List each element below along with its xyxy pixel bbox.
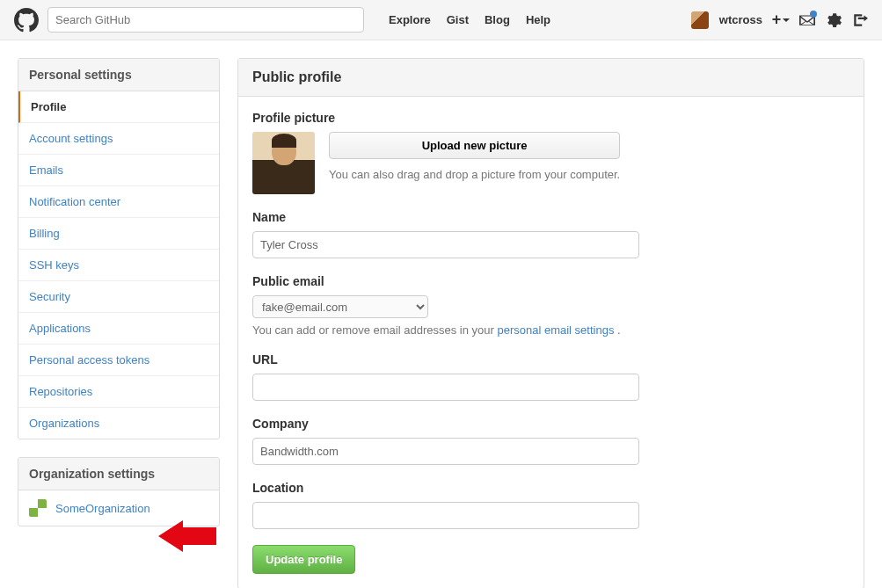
organization-settings-header: Organization settings <box>18 458 219 490</box>
url-input[interactable] <box>252 374 639 401</box>
settings-icon[interactable] <box>826 12 842 28</box>
sidebar-item-account-settings[interactable]: Account settings <box>18 123 219 155</box>
sidebar-item-applications[interactable]: Applications <box>18 313 219 345</box>
location-label: Location <box>252 481 849 495</box>
panel-title: Public profile <box>238 59 864 97</box>
top-navigation-bar: Explore Gist Blog Help wtcross <box>0 0 882 40</box>
plus-icon <box>772 11 782 29</box>
personal-email-settings-link[interactable]: personal email settings <box>497 323 614 337</box>
upload-picture-button[interactable]: Upload new picture <box>329 132 620 159</box>
public-email-select[interactable]: fake@email.com <box>252 295 428 318</box>
organization-avatar-icon <box>29 499 47 517</box>
profile-picture-label: Profile picture <box>252 111 849 125</box>
upload-hint-text: You can also drag and drop a picture fro… <box>329 168 620 181</box>
notifications-icon[interactable] <box>799 12 815 28</box>
location-input[interactable] <box>252 502 639 529</box>
public-email-label: Public email <box>252 274 849 288</box>
sidebar-item-security[interactable]: Security <box>18 281 219 313</box>
sidebar-item-repositories[interactable]: Repositories <box>18 376 219 408</box>
nav-blog[interactable]: Blog <box>485 13 510 26</box>
user-menu-area: wtcross <box>691 11 868 29</box>
personal-settings-header: Personal settings <box>18 59 219 91</box>
search-input[interactable] <box>47 7 364 33</box>
nav-help[interactable]: Help <box>526 13 550 26</box>
sidebar-item-personal-access-tokens[interactable]: Personal access tokens <box>18 345 219 376</box>
sidebar-item-organizations[interactable]: Organizations <box>18 408 219 439</box>
github-logo-icon[interactable] <box>14 8 39 33</box>
url-label: URL <box>252 352 849 367</box>
organization-settings-menu: Organization settings SomeOrganization <box>18 457 220 526</box>
email-note: You can add or remove email addresses in… <box>252 323 849 337</box>
username-link[interactable]: wtcross <box>719 13 762 26</box>
notification-indicator-icon <box>810 11 817 18</box>
sidebar-item-profile[interactable]: Profile <box>18 91 219 123</box>
nav-explore[interactable]: Explore <box>389 13 431 26</box>
sidebar-item-ssh-keys[interactable]: SSH keys <box>18 250 219 281</box>
company-input[interactable] <box>252 438 639 465</box>
organization-name: SomeOrganization <box>55 502 150 515</box>
company-label: Company <box>252 417 849 431</box>
name-input[interactable] <box>252 231 639 258</box>
chevron-down-icon <box>783 18 790 22</box>
profile-picture-preview <box>252 132 315 194</box>
sidebar-item-emails[interactable]: Emails <box>18 155 219 186</box>
user-avatar-icon[interactable] <box>691 11 709 29</box>
personal-settings-menu: Personal settings Profile Account settin… <box>18 58 220 439</box>
primary-nav: Explore Gist Blog Help <box>389 13 550 26</box>
sidebar-item-billing[interactable]: Billing <box>18 218 219 250</box>
update-profile-button[interactable]: Update profile <box>252 545 355 574</box>
name-label: Name <box>252 210 849 224</box>
sidebar-item-notification-center[interactable]: Notification center <box>18 186 219 218</box>
sidebar-item-organization[interactable]: SomeOrganization <box>18 490 219 526</box>
nav-gist[interactable]: Gist <box>447 13 469 26</box>
sign-out-icon[interactable] <box>852 12 868 28</box>
public-profile-panel: Public profile Profile picture Upload ne… <box>237 58 864 588</box>
create-new-dropdown[interactable] <box>773 12 789 28</box>
